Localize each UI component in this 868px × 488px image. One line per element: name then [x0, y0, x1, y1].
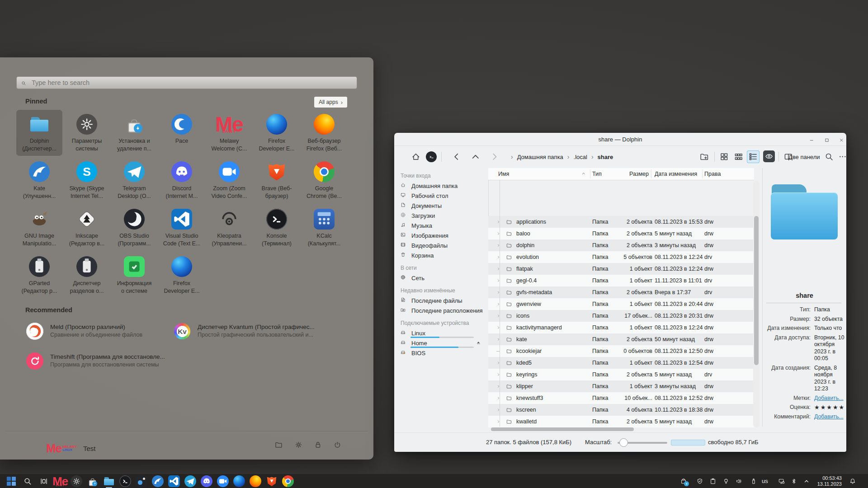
launcher-search-input[interactable]: Type here to search	[16, 76, 357, 89]
table-row-keyrings[interactable]: keyringsПапка2 объекта5 минут назадdrv	[488, 369, 754, 380]
brave-taskbar-icon[interactable]	[266, 475, 278, 487]
recommended-item[interactable]: Timeshift (Программа для восстановле...П…	[26, 352, 165, 370]
sidebar-item-видеофайлы[interactable]: Видеофайлы	[394, 240, 488, 250]
sidebar-item-изображения[interactable]: Изображения	[394, 230, 488, 240]
app-tile-brave-веб-[interactable]: Brave (Веб-браузер)	[253, 157, 300, 204]
sidebar-item-сеть[interactable]: Сеть	[394, 273, 488, 283]
table-row-flatpak[interactable]: flatpakПапка1 объект08.11.2023 в 12:24dr…	[488, 263, 754, 275]
icons-view-button[interactable]	[718, 150, 731, 163]
folder-icon[interactable]	[275, 441, 286, 452]
back-button[interactable]	[450, 150, 463, 163]
app-tile-konsole[interactable]: Konsole(Терминал)	[253, 204, 300, 251]
details-view-button[interactable]	[747, 150, 760, 163]
telegram-taskbar-icon[interactable]	[184, 475, 196, 487]
bulb-tray-icon[interactable]	[722, 477, 731, 486]
sidebar-item-корзина[interactable]: Корзина	[394, 250, 488, 260]
chrome-taskbar-icon[interactable]	[282, 475, 294, 487]
breadcrumb-item[interactable]: .local	[574, 154, 587, 160]
breadcrumb-item[interactable]: share	[598, 154, 613, 160]
app-tile-inkscape[interactable]: Inkscape(Редактор в...	[63, 204, 110, 251]
column-header-2[interactable]: Размер	[613, 168, 649, 180]
notifications-bell-icon[interactable]	[848, 477, 857, 486]
dolphin-taskbar-icon[interactable]	[103, 475, 115, 487]
table-row-kscreen[interactable]: kscreenПапка4 объекта10.11.2023 в 18:38d…	[488, 404, 754, 416]
sidebar-item-музыка[interactable]: Музыка	[394, 221, 488, 230]
updates-tray-icon[interactable]	[679, 477, 688, 486]
recommended-item[interactable]: KvДиспетчер Kvantum (Простой графичес...…	[174, 323, 315, 340]
zoom-slider-knob[interactable]	[619, 438, 628, 447]
eject-icon[interactable]	[476, 339, 483, 346]
all-apps-button[interactable]: All apps›	[314, 97, 347, 108]
keyboard-layout-indicator[interactable]: us	[762, 478, 768, 484]
sidebar-item-документы[interactable]: Документы	[394, 201, 488, 211]
sidebar-item-home[interactable]: Home	[394, 338, 488, 348]
breadcrumb-item[interactable]: Домашняя папка	[517, 154, 563, 160]
power-icon[interactable]	[334, 441, 344, 452]
horizontal-scrollbar[interactable]	[491, 427, 634, 431]
gear-icon[interactable]	[295, 441, 306, 452]
sidebar-item-рабочий-стол[interactable]: Рабочий стол	[394, 191, 488, 201]
column-separator[interactable]	[651, 169, 651, 178]
usb-tray-icon[interactable]	[749, 477, 758, 486]
find-button[interactable]	[823, 150, 835, 163]
user-area[interactable]: Me MELAWYLINUX Test	[46, 442, 96, 454]
home-button[interactable]	[410, 150, 422, 163]
app-tile-discord[interactable]: Discord(Internet M...	[158, 157, 205, 204]
app-tile-веб-браузер[interactable]: Веб-браузерFirefox (Веб...	[301, 109, 348, 156]
table-row-kcookiejar[interactable]: kcookiejarПапка0 объектов08.11.2023 в 12…	[488, 345, 754, 357]
table-row-applications[interactable]: applicationsПапка2 объекта08.11.2023 в 1…	[488, 216, 754, 228]
table-row-kate[interactable]: kateПапка2 объекта50 минут назадdrw	[488, 333, 754, 345]
app-tile-firefox[interactable]: FirefoxDeveloper E...	[158, 252, 205, 299]
up-button[interactable]	[469, 150, 482, 163]
sidebar-item-последние-расположения[interactable]: Последние расположения	[394, 305, 488, 315]
window-titlebar[interactable]: share — Dolphin	[394, 133, 846, 146]
recommended-item[interactable]: Meld (Просмотр различий)Сравнение и объе…	[26, 323, 142, 340]
software-install-taskbar-icon[interactable]	[87, 475, 99, 487]
app-tile-параметры[interactable]: Параметрысистемы	[63, 109, 110, 156]
settings-taskbar-icon[interactable]	[71, 475, 82, 487]
app-tile-obs-studio[interactable]: OBS Studio(Программ...	[111, 204, 158, 251]
caretup-tray-icon[interactable]	[802, 477, 811, 486]
sidebar-item-загрузки[interactable]: Загрузки	[394, 211, 488, 221]
app-tile-melawy[interactable]: MeLAWYMelawyWelcome (C...	[206, 109, 253, 156]
konsole-taskbar-icon[interactable]	[119, 475, 131, 487]
app-tile-информация[interactable]: Информацияо системе	[111, 252, 158, 299]
clock[interactable]: 00:53:4313.11.2023	[813, 475, 842, 487]
table-row-gwenview[interactable]: gwenviewПапка1 объект08.11.2023 в 20:44d…	[488, 298, 754, 310]
app-tile-установка-и[interactable]: Установка иудаление п...	[111, 109, 158, 156]
table-row-knewstuff3[interactable]: knewstuff3Папка10 объек...08.11.2023 в 1…	[488, 392, 754, 404]
app-tile-firefox[interactable]: FirefoxDeveloper E...	[253, 109, 300, 156]
table-row-klipper[interactable]: klipperПапка1 объект3 минуты назадdrw	[488, 380, 754, 392]
melawy-taskbar-icon[interactable]: MeLAWY	[54, 475, 66, 487]
table-row-kwalletd[interactable]: kwalletdПапка2 объекта5 минут назадdrw	[488, 416, 754, 427]
app-tile-kleopatra[interactable]: Kleopatra(Управлени...	[206, 204, 253, 251]
app-tile-visual-studio[interactable]: Visual StudioCode (Text E...	[158, 204, 205, 251]
app-tile-google[interactable]: GoogleChrome (Ве...	[301, 157, 348, 204]
compact-view-button[interactable]	[732, 150, 745, 163]
taskview-taskbar-icon[interactable]	[38, 475, 50, 487]
kate-taskbar-icon[interactable]	[152, 475, 164, 487]
comment-add-link[interactable]: Добавить...	[814, 413, 845, 421]
new-tab-button[interactable]	[698, 150, 711, 163]
table-row-icons[interactable]: iconsПапка17 объек...08.11.2023 в 20:31d…	[488, 310, 754, 322]
app-tile-pace[interactable]: Pace	[158, 109, 205, 156]
zoom-taskbar-icon[interactable]	[217, 475, 229, 487]
sidebar-item-последние-файлы[interactable]: Последние файлы	[394, 296, 488, 305]
clipboard-tray-icon[interactable]	[708, 477, 717, 486]
app-tile-telegram[interactable]: TelegramDesktop (О...	[111, 157, 158, 204]
close-button[interactable]	[839, 136, 846, 143]
tasksearch-taskbar-icon[interactable]	[22, 475, 33, 487]
column-separator[interactable]	[702, 169, 703, 178]
horizontal-scrollbar-track[interactable]	[489, 427, 753, 432]
app-tile-skype-skype[interactable]: SSkype (SkypeInternet Tel...	[63, 157, 110, 204]
volume-tray-icon[interactable]	[734, 477, 743, 486]
app-tile-zoom-zoom[interactable]: Zoom (ZoomVideo Confe...	[206, 157, 253, 204]
maximize-button[interactable]	[825, 136, 831, 143]
user-avatar-icon[interactable]	[425, 150, 438, 163]
overflow-menu-button[interactable]	[836, 150, 849, 163]
column-header-0[interactable]: Имя	[498, 168, 509, 180]
column-header-4[interactable]: Права	[704, 168, 721, 180]
table-row-kded5[interactable]: kded5Папка1 объект08.11.2023 в 12:54drw	[488, 357, 754, 369]
table-row-evolution[interactable]: evolutionПапка5 объектов08.11.2023 в 12:…	[488, 251, 754, 263]
lock-icon[interactable]	[314, 441, 325, 452]
